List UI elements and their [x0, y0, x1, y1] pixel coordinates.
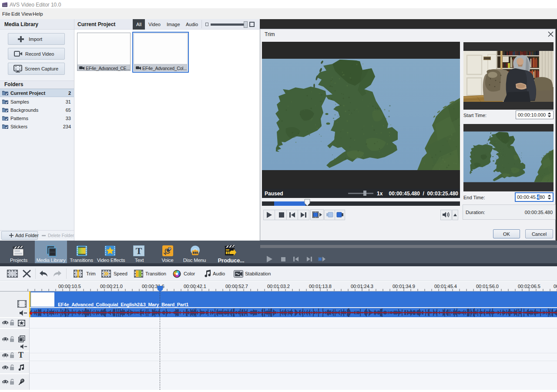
svg-text:T: T: [136, 245, 142, 256]
